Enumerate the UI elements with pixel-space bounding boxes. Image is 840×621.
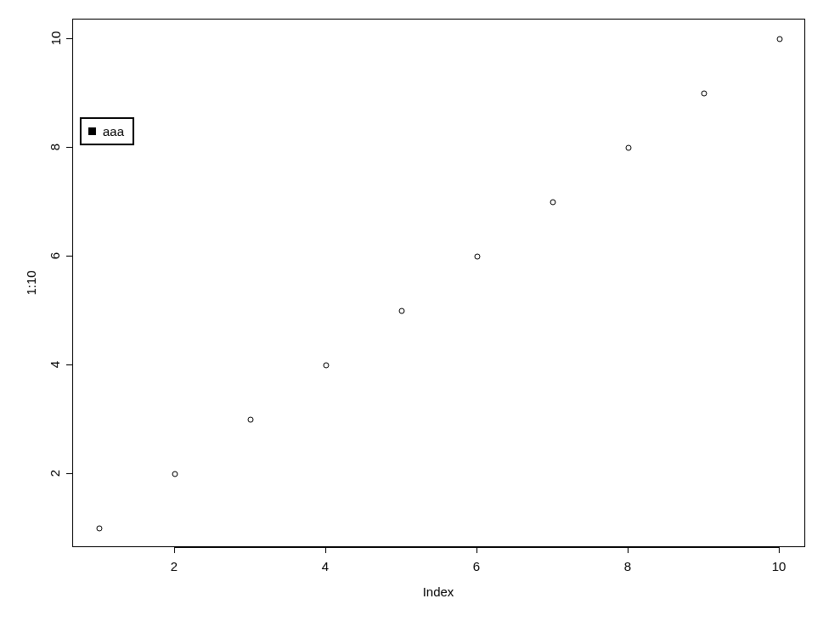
x-tick-mark [174,547,175,553]
x-tick-mark [628,547,629,553]
x-tick-mark [325,547,326,553]
x-tick-mark [779,547,780,553]
x-tick-mark [476,547,477,553]
y-tick-mark [66,473,72,474]
y-tick-label: 10 [48,31,63,46]
data-point [324,363,330,369]
plot-area: aaa [72,19,805,547]
y-tick-mark [66,147,72,148]
data-point [97,526,103,532]
chart-container: aaa 2 4 6 8 10 2 4 6 8 10 Index 1:10 [0,0,840,621]
y-tick-label: 6 [48,252,62,259]
data-point [550,200,556,206]
data-point [702,91,708,97]
x-tick-label: 8 [624,559,631,573]
data-point [399,308,405,314]
square-icon [88,127,96,135]
y-tick-mark [66,256,72,257]
y-axis-line [72,38,73,473]
y-axis-label: 1:10 [24,270,38,295]
y-tick-mark [66,364,72,365]
data-point [248,417,254,423]
y-tick-mark [66,38,72,39]
data-point [777,37,783,42]
legend-label: aaa [103,124,124,138]
x-tick-label: 6 [473,559,480,573]
x-tick-label: 4 [322,559,329,573]
x-tick-label: 2 [171,559,178,573]
y-tick-label: 4 [48,361,62,368]
x-axis-label: Index [423,584,454,599]
data-point [626,145,632,151]
y-tick-label: 2 [48,470,62,477]
data-point [475,254,481,260]
y-tick-label: 8 [48,144,62,150]
data-point [172,471,178,477]
x-tick-label: 10 [772,559,786,573]
legend-box: aaa [80,117,134,145]
